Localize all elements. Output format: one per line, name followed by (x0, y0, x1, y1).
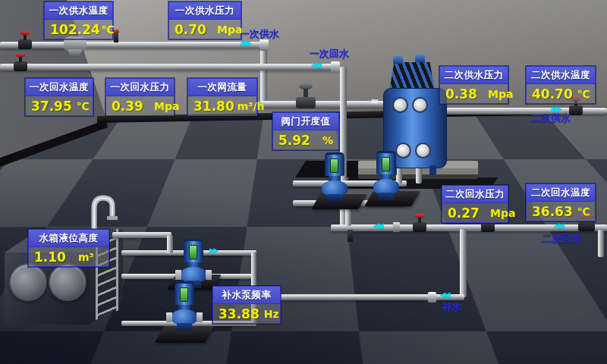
gauge-label: 一次供水压力 (169, 2, 241, 20)
gauge-label: 一次回水压力 (106, 79, 174, 96)
gauge-value: 37.95 (31, 99, 72, 114)
pipe-flange (331, 61, 340, 73)
manual-valve (481, 222, 495, 232)
hx-port (395, 143, 411, 158)
pump-discharge-flange (206, 270, 212, 280)
pipe-secondary-return (331, 224, 607, 231)
valve-body (14, 61, 27, 71)
gauge-unit: ℃ (577, 88, 590, 100)
gauge-primary-supply-pressure: 一次供水压力 0.70 Mpa (168, 2, 241, 39)
gauge-value: 33.88 (219, 306, 259, 322)
gauge-unit: ℃ (77, 100, 90, 112)
gauge-label: 阀门开度值 (273, 113, 338, 130)
gauge-unit: ℃ (102, 24, 115, 36)
flow-arrow-left-icon: ◀◀ (440, 291, 448, 299)
gauge-value-row: 37.95 ℃ (26, 96, 93, 115)
gauge-value-row: 0.70 Mpa (169, 20, 241, 39)
gauge-value-row: 1.10 m³ (29, 247, 109, 266)
gauge-unit: Mpa (488, 88, 513, 100)
gauge-label: 二次供水温度 (527, 67, 595, 84)
pump-foot (177, 323, 192, 331)
hx-port (412, 97, 428, 113)
gauge-value-row: 31.80 m³/h (188, 96, 256, 115)
circulation-pump-1[interactable] (322, 155, 348, 202)
gauge-unit: % (322, 134, 333, 146)
manual-valve (18, 39, 32, 49)
gauge-primary-return-temp: 一次回水温度 37.95 ℃ (25, 78, 93, 116)
gauge-value-row: 33.88 Hz (213, 304, 280, 323)
pump-foot (379, 193, 394, 200)
gauge-value: 5.92 (278, 133, 310, 148)
makeup-pump-2[interactable] (171, 284, 197, 331)
pump-volute (322, 180, 348, 196)
pump-volute (181, 267, 206, 282)
pipe-to-heat-exchanger (260, 101, 401, 108)
gauge-unit: ℃ (577, 206, 590, 218)
gauge-secondary-return-temp: 二次回水温度 36.63 ℃ (526, 184, 596, 221)
gauge-unit: Mpa (154, 100, 179, 112)
pump-volute (373, 179, 399, 194)
pipe-label-makeup: 补水 (442, 300, 461, 314)
gauge-tank-level: 水箱液位高度 1.10 m³ (28, 229, 109, 267)
gauge-secondary-supply-pressure: 二次供水压力 0.38 Mpa (439, 66, 508, 104)
gauge-value: 0.27 (448, 206, 480, 221)
gauge-label: 一次回水温度 (26, 79, 93, 96)
heat-exchanger-cap (393, 56, 403, 64)
tank-manhole (49, 263, 86, 301)
hmi-scene: ≈ ▶▶ ◀◀ ▶▶ ◀◀ ◀◀ ◀◀ ▶▶ (0, 0, 607, 364)
pump-suction-flange (175, 270, 181, 280)
gauge-primary-return-pressure: 一次回水压力 0.39 Mpa (105, 78, 175, 116)
gauge-value-row: 0.27 Mpa (442, 203, 508, 222)
circulation-pump-2[interactable] (373, 153, 399, 200)
pipe-flange (259, 39, 269, 51)
gauge-value: 102.24 (50, 22, 100, 37)
gauge-valve-opening: 阀门开度值 5.92 % (272, 112, 339, 150)
pipe-break-icon: ≈ (370, 96, 379, 106)
pipe-makeup-riser (460, 229, 467, 297)
pipe-label-primary-return: 一次回水 (310, 47, 349, 61)
pipe-primary-supply (0, 42, 267, 49)
gauge-unit: Hz (264, 308, 279, 320)
tank-manhole (9, 263, 47, 301)
valve-stem (24, 34, 27, 40)
gauge-value-row: 40.70 ℃ (527, 84, 595, 103)
gauge-unit: Mpa (217, 24, 242, 36)
flow-arrow-right-icon: ▶▶ (209, 247, 217, 254)
gauge-label: 二次回水压力 (442, 186, 508, 203)
gauge-unit: m³/h (237, 100, 265, 112)
pump-status-indicator (189, 245, 197, 259)
gauge-value: 0.70 (175, 22, 206, 37)
manual-valve (578, 221, 595, 231)
gauge-value: 1.10 (34, 249, 66, 265)
sensor-well (114, 33, 118, 42)
gauge-unit: Mpa (490, 207, 515, 219)
gauge-primary-supply-temp: 一次供水温度 102.24 ℃ (44, 2, 113, 39)
gauge-primary-network-flow: 一次网流量 31.80 m³/h (187, 78, 257, 116)
gauge-label: 水箱液位高度 (29, 230, 109, 247)
gauge-value: 36.63 (532, 204, 573, 219)
valve-body (578, 221, 595, 231)
pipe-label-secondary-supply: 二次供水 (531, 111, 571, 125)
gauge-unit: m³ (78, 251, 94, 263)
pipe-label-secondary-return: 二次回水 (542, 232, 581, 246)
pump-foot (327, 194, 342, 202)
pipe-tank-drop (167, 235, 173, 253)
makeup-pump-1[interactable] (181, 241, 206, 288)
pump-status-indicator (330, 158, 338, 173)
valve-handle (415, 214, 424, 218)
pipe-coupling (393, 222, 400, 232)
manual-valve (569, 105, 583, 115)
gauge-value-row: 102.24 ℃ (45, 20, 112, 39)
gauge-value-row: 0.38 Mpa (440, 84, 508, 103)
heat-exchanger-leg (429, 165, 436, 175)
gauge-value: 31.80 (193, 99, 234, 114)
gauge-label: 二次回水温度 (527, 184, 595, 202)
flow-arrow-left-icon: ◀◀ (311, 61, 319, 69)
control-valve-body (296, 97, 316, 108)
gauge-secondary-supply-temp: 二次供水温度 40.70 ℃ (526, 66, 596, 104)
gauge-value: 0.39 (112, 99, 143, 114)
hx-port (415, 143, 431, 158)
valve-stem (19, 56, 22, 62)
heat-exchanger-cap (415, 55, 425, 62)
control-valve[interactable] (296, 83, 316, 108)
